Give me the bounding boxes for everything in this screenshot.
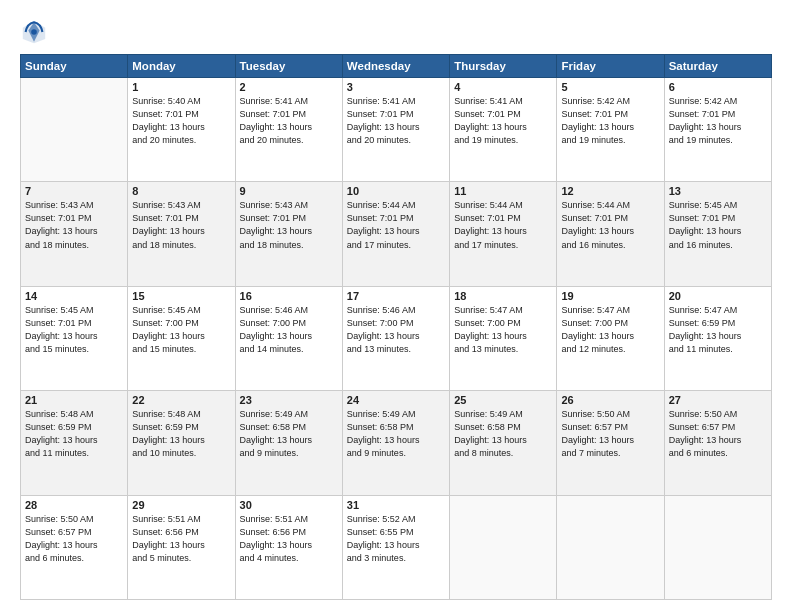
day-number: 16 [240, 290, 338, 302]
logo-icon [20, 18, 48, 46]
calendar-cell: 30Sunrise: 5:51 AM Sunset: 6:56 PM Dayli… [235, 495, 342, 599]
svg-point-1 [31, 29, 37, 35]
day-info: Sunrise: 5:42 AM Sunset: 7:01 PM Dayligh… [669, 95, 767, 147]
calendar-day-header: Sunday [21, 55, 128, 78]
day-info: Sunrise: 5:43 AM Sunset: 7:01 PM Dayligh… [25, 199, 123, 251]
day-info: Sunrise: 5:48 AM Sunset: 6:59 PM Dayligh… [132, 408, 230, 460]
day-number: 10 [347, 185, 445, 197]
day-info: Sunrise: 5:41 AM Sunset: 7:01 PM Dayligh… [240, 95, 338, 147]
day-info: Sunrise: 5:42 AM Sunset: 7:01 PM Dayligh… [561, 95, 659, 147]
day-info: Sunrise: 5:50 AM Sunset: 6:57 PM Dayligh… [25, 513, 123, 565]
calendar-cell: 10Sunrise: 5:44 AM Sunset: 7:01 PM Dayli… [342, 182, 449, 286]
calendar-cell: 21Sunrise: 5:48 AM Sunset: 6:59 PM Dayli… [21, 391, 128, 495]
calendar-week-row: 7Sunrise: 5:43 AM Sunset: 7:01 PM Daylig… [21, 182, 772, 286]
calendar-day-header: Thursday [450, 55, 557, 78]
calendar-cell: 6Sunrise: 5:42 AM Sunset: 7:01 PM Daylig… [664, 78, 771, 182]
day-info: Sunrise: 5:49 AM Sunset: 6:58 PM Dayligh… [240, 408, 338, 460]
calendar-cell: 25Sunrise: 5:49 AM Sunset: 6:58 PM Dayli… [450, 391, 557, 495]
day-number: 7 [25, 185, 123, 197]
calendar-cell [21, 78, 128, 182]
calendar-cell: 4Sunrise: 5:41 AM Sunset: 7:01 PM Daylig… [450, 78, 557, 182]
calendar-cell: 9Sunrise: 5:43 AM Sunset: 7:01 PM Daylig… [235, 182, 342, 286]
day-number: 26 [561, 394, 659, 406]
calendar-week-row: 14Sunrise: 5:45 AM Sunset: 7:01 PM Dayli… [21, 286, 772, 390]
calendar-cell: 20Sunrise: 5:47 AM Sunset: 6:59 PM Dayli… [664, 286, 771, 390]
calendar-day-header: Tuesday [235, 55, 342, 78]
day-info: Sunrise: 5:47 AM Sunset: 7:00 PM Dayligh… [454, 304, 552, 356]
day-number: 24 [347, 394, 445, 406]
calendar-cell: 5Sunrise: 5:42 AM Sunset: 7:01 PM Daylig… [557, 78, 664, 182]
day-number: 4 [454, 81, 552, 93]
day-info: Sunrise: 5:41 AM Sunset: 7:01 PM Dayligh… [347, 95, 445, 147]
calendar-cell: 17Sunrise: 5:46 AM Sunset: 7:00 PM Dayli… [342, 286, 449, 390]
calendar-cell: 13Sunrise: 5:45 AM Sunset: 7:01 PM Dayli… [664, 182, 771, 286]
day-info: Sunrise: 5:40 AM Sunset: 7:01 PM Dayligh… [132, 95, 230, 147]
calendar-cell: 3Sunrise: 5:41 AM Sunset: 7:01 PM Daylig… [342, 78, 449, 182]
calendar-cell: 15Sunrise: 5:45 AM Sunset: 7:00 PM Dayli… [128, 286, 235, 390]
calendar-cell [450, 495, 557, 599]
day-number: 14 [25, 290, 123, 302]
calendar-cell: 12Sunrise: 5:44 AM Sunset: 7:01 PM Dayli… [557, 182, 664, 286]
logo [20, 18, 54, 46]
calendar-week-row: 21Sunrise: 5:48 AM Sunset: 6:59 PM Dayli… [21, 391, 772, 495]
day-number: 12 [561, 185, 659, 197]
day-number: 13 [669, 185, 767, 197]
calendar-day-header: Saturday [664, 55, 771, 78]
day-number: 29 [132, 499, 230, 511]
day-number: 1 [132, 81, 230, 93]
day-info: Sunrise: 5:47 AM Sunset: 7:00 PM Dayligh… [561, 304, 659, 356]
day-number: 28 [25, 499, 123, 511]
day-info: Sunrise: 5:52 AM Sunset: 6:55 PM Dayligh… [347, 513, 445, 565]
day-number: 5 [561, 81, 659, 93]
day-number: 6 [669, 81, 767, 93]
page: SundayMondayTuesdayWednesdayThursdayFrid… [0, 0, 792, 612]
day-info: Sunrise: 5:44 AM Sunset: 7:01 PM Dayligh… [347, 199, 445, 251]
day-number: 25 [454, 394, 552, 406]
calendar-week-row: 28Sunrise: 5:50 AM Sunset: 6:57 PM Dayli… [21, 495, 772, 599]
calendar-table: SundayMondayTuesdayWednesdayThursdayFrid… [20, 54, 772, 600]
day-info: Sunrise: 5:41 AM Sunset: 7:01 PM Dayligh… [454, 95, 552, 147]
calendar-cell [664, 495, 771, 599]
day-info: Sunrise: 5:45 AM Sunset: 7:01 PM Dayligh… [25, 304, 123, 356]
day-info: Sunrise: 5:49 AM Sunset: 6:58 PM Dayligh… [347, 408, 445, 460]
calendar-cell: 19Sunrise: 5:47 AM Sunset: 7:00 PM Dayli… [557, 286, 664, 390]
day-info: Sunrise: 5:49 AM Sunset: 6:58 PM Dayligh… [454, 408, 552, 460]
calendar-cell: 22Sunrise: 5:48 AM Sunset: 6:59 PM Dayli… [128, 391, 235, 495]
calendar-cell: 16Sunrise: 5:46 AM Sunset: 7:00 PM Dayli… [235, 286, 342, 390]
day-number: 18 [454, 290, 552, 302]
day-info: Sunrise: 5:44 AM Sunset: 7:01 PM Dayligh… [454, 199, 552, 251]
calendar-header-row: SundayMondayTuesdayWednesdayThursdayFrid… [21, 55, 772, 78]
day-number: 30 [240, 499, 338, 511]
calendar-cell: 2Sunrise: 5:41 AM Sunset: 7:01 PM Daylig… [235, 78, 342, 182]
day-number: 9 [240, 185, 338, 197]
calendar-cell: 28Sunrise: 5:50 AM Sunset: 6:57 PM Dayli… [21, 495, 128, 599]
day-info: Sunrise: 5:45 AM Sunset: 7:01 PM Dayligh… [669, 199, 767, 251]
calendar-cell: 31Sunrise: 5:52 AM Sunset: 6:55 PM Dayli… [342, 495, 449, 599]
calendar-cell: 24Sunrise: 5:49 AM Sunset: 6:58 PM Dayli… [342, 391, 449, 495]
day-number: 17 [347, 290, 445, 302]
day-number: 31 [347, 499, 445, 511]
calendar-day-header: Wednesday [342, 55, 449, 78]
header [20, 18, 772, 46]
day-info: Sunrise: 5:46 AM Sunset: 7:00 PM Dayligh… [240, 304, 338, 356]
day-info: Sunrise: 5:47 AM Sunset: 6:59 PM Dayligh… [669, 304, 767, 356]
day-number: 20 [669, 290, 767, 302]
day-info: Sunrise: 5:43 AM Sunset: 7:01 PM Dayligh… [240, 199, 338, 251]
calendar-cell: 7Sunrise: 5:43 AM Sunset: 7:01 PM Daylig… [21, 182, 128, 286]
day-number: 23 [240, 394, 338, 406]
day-number: 15 [132, 290, 230, 302]
day-info: Sunrise: 5:50 AM Sunset: 6:57 PM Dayligh… [561, 408, 659, 460]
calendar-cell: 27Sunrise: 5:50 AM Sunset: 6:57 PM Dayli… [664, 391, 771, 495]
calendar-cell: 18Sunrise: 5:47 AM Sunset: 7:00 PM Dayli… [450, 286, 557, 390]
calendar-cell: 1Sunrise: 5:40 AM Sunset: 7:01 PM Daylig… [128, 78, 235, 182]
calendar-week-row: 1Sunrise: 5:40 AM Sunset: 7:01 PM Daylig… [21, 78, 772, 182]
calendar-cell: 26Sunrise: 5:50 AM Sunset: 6:57 PM Dayli… [557, 391, 664, 495]
day-info: Sunrise: 5:48 AM Sunset: 6:59 PM Dayligh… [25, 408, 123, 460]
day-info: Sunrise: 5:46 AM Sunset: 7:00 PM Dayligh… [347, 304, 445, 356]
day-number: 27 [669, 394, 767, 406]
day-number: 22 [132, 394, 230, 406]
calendar-cell [557, 495, 664, 599]
day-number: 8 [132, 185, 230, 197]
day-number: 19 [561, 290, 659, 302]
day-info: Sunrise: 5:51 AM Sunset: 6:56 PM Dayligh… [240, 513, 338, 565]
